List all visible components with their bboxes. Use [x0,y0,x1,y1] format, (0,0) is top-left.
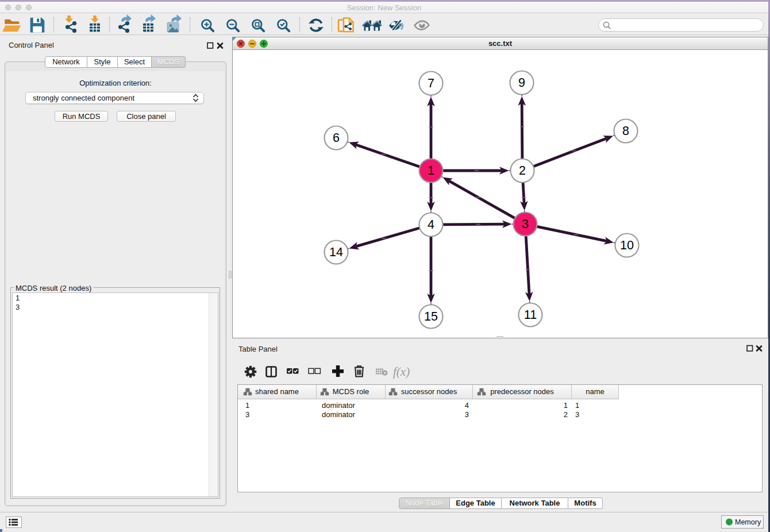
svg-text:1: 1 [428,164,434,178]
svg-text:3: 3 [522,217,529,231]
svg-text:2: 2 [519,164,526,178]
svg-text:4: 4 [428,218,434,232]
svg-text:8: 8 [622,124,629,138]
svg-text:f(x): f(x) [393,365,410,379]
svg-text:10: 10 [620,238,634,252]
svg-text:15: 15 [424,310,438,323]
svg-text:6: 6 [333,131,340,145]
svg-text:11: 11 [524,308,537,322]
svg-text:9: 9 [518,76,525,90]
svg-text:14: 14 [329,245,343,259]
svg-text:7: 7 [428,76,434,90]
